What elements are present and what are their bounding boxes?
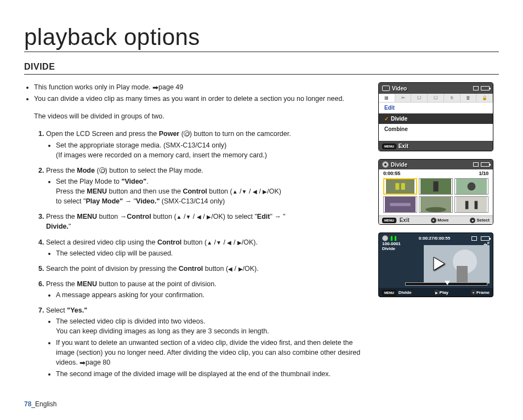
- section-title: DIVIDE: [24, 62, 499, 75]
- t: ": [69, 223, 71, 230]
- svg-rect-1: [395, 183, 399, 190]
- screen2-time: 0:00:55: [383, 171, 400, 176]
- arrow-right-icon: ➡: [152, 83, 158, 93]
- t: Press the: [46, 213, 77, 220]
- battery-icon: [481, 236, 490, 241]
- t: Open the LCD Screen and press the: [46, 130, 159, 138]
- thumbnail: [454, 178, 488, 195]
- progress-knob: [445, 281, 450, 285]
- mode-icon: [99, 167, 105, 173]
- sub-item: If you want to delete an unwanted sectio…: [56, 338, 367, 368]
- tab-row: ▦✂☐☐⎘🗑🔒: [379, 94, 493, 103]
- intro-item: You can divide a video clip as many time…: [34, 94, 367, 104]
- svg-rect-8: [390, 203, 410, 206]
- tab-icon: 🗑: [461, 94, 477, 102]
- down-icon: ▼: [216, 239, 221, 247]
- t: Set the appropriate storage media. (SMX-…: [56, 141, 226, 149]
- sub-item: Set the appropriate storage media. (SMX-…: [56, 140, 367, 160]
- focus-icon: F: [487, 241, 490, 245]
- intro-item: This function works only in Play mode. ➡…: [34, 82, 367, 93]
- left-icon: ◀: [253, 188, 257, 196]
- arrow-right-icon: ➡: [79, 358, 86, 368]
- step-4: Select a desired video clip using the Co…: [46, 237, 367, 258]
- video-icon: [382, 86, 390, 91]
- t: Set the Play Mode to: [56, 178, 122, 185]
- t: Video.": [136, 197, 160, 205]
- step-2: Press the Mode () button to select the P…: [46, 166, 367, 207]
- exit-label: Exit: [399, 143, 408, 149]
- svg-rect-0: [386, 179, 414, 194]
- t: (If images were recorded on a memory car…: [56, 151, 267, 159]
- battery-icon: [481, 86, 490, 90]
- t: "Yes.": [67, 307, 87, 314]
- t: Mode: [77, 167, 95, 174]
- screen2-title: Divide: [391, 162, 407, 168]
- screen-thumbnail-index: Divide 0:00:55 1/10 MENUExit ✦Move ●Sele…: [378, 159, 493, 225]
- tab-icon: ▦: [379, 94, 395, 102]
- t: Select: [46, 307, 67, 314]
- exit-label: Exit: [400, 217, 410, 223]
- svg-rect-4: [433, 181, 438, 192]
- card-icon: [471, 236, 477, 241]
- t: Search the point of division by pressing…: [46, 265, 179, 273]
- screen2-count: 1/10: [479, 171, 488, 176]
- t: Edit: [257, 213, 270, 220]
- t: Control: [179, 265, 203, 273]
- t: /OK) to select ": [211, 213, 257, 220]
- left-icon: ◀: [227, 239, 231, 247]
- screen3-id: 100-0001: [382, 241, 401, 246]
- sub-item: A message appears asking for your confir…: [56, 290, 367, 300]
- left-icon: ◀: [197, 213, 201, 222]
- frame-icon: ✦: [471, 290, 476, 295]
- t: .: [146, 178, 148, 185]
- t: Press the: [46, 280, 77, 288]
- thumbnail: [383, 196, 417, 213]
- intro-text: This function works only in Play mode.: [34, 83, 151, 91]
- power-icon: [184, 130, 190, 137]
- up-icon: ▲: [177, 213, 182, 222]
- t: /OK).: [242, 239, 258, 246]
- tab-icon: ☐: [428, 94, 444, 102]
- down-icon: ▼: [185, 213, 191, 222]
- t: Control: [127, 213, 151, 220]
- screenshots-column: Video ▦✂☐☐⎘🗑🔒 Edit Divide Combine MENU E…: [378, 82, 499, 384]
- t: Press the: [56, 188, 87, 195]
- svg-rect-11: [456, 197, 487, 212]
- sub-item: The selected video clip will be paused.: [56, 248, 367, 258]
- t: button (: [203, 265, 228, 273]
- select-label: Select: [476, 218, 490, 223]
- t: /OK): [267, 188, 281, 195]
- t: → ": [123, 197, 136, 205]
- t: /OK).: [243, 265, 259, 273]
- t: Control: [157, 239, 181, 246]
- page-number: 78: [24, 400, 31, 408]
- thumbnail-selected: [383, 178, 417, 195]
- t: button to select the Play mode.: [107, 167, 203, 174]
- step-3: Press the MENU button →Control button (▲…: [46, 212, 367, 231]
- gear-icon: [382, 161, 389, 168]
- pause-icon: ❚❚: [390, 236, 397, 241]
- t: The selected video clip is divided into …: [56, 317, 205, 325]
- play-icon: ▶: [434, 290, 440, 295]
- step-1: Open the LCD Screen and press the Power …: [46, 129, 367, 160]
- step-7: Select "Yes." The selected video clip is…: [46, 305, 367, 379]
- intro-text: You can divide a video clip as many time…: [34, 95, 344, 103]
- t: Play Mode": [86, 197, 123, 205]
- page-lang: _English: [31, 400, 56, 408]
- page-ref: page 49: [158, 83, 183, 91]
- svg-rect-2: [401, 183, 405, 190]
- select-icon: ●: [470, 218, 475, 223]
- svg-point-10: [425, 207, 446, 212]
- page-footer: 78_English: [24, 400, 56, 408]
- menu-button-icon: MENU: [382, 218, 396, 223]
- down-icon: ▼: [242, 188, 247, 196]
- screen3-time: 0:00:27/0:00:55: [419, 236, 450, 241]
- move-icon: ✦: [431, 218, 436, 223]
- menu-button-icon: MENU: [382, 290, 396, 296]
- t: button (: [151, 213, 177, 220]
- t: Press the: [46, 167, 77, 174]
- step-6: Press the MENU button to pause at the po…: [46, 279, 367, 300]
- gear-icon: [382, 235, 388, 241]
- card-icon: [473, 162, 479, 167]
- svg-rect-13: [475, 201, 478, 209]
